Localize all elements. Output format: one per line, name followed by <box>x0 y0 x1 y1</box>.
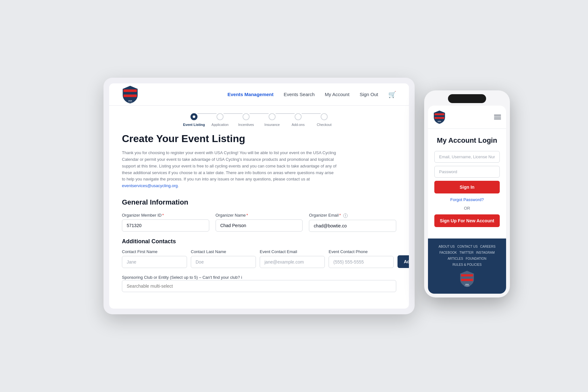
nav-links: Events Management Events Search My Accou… <box>227 91 396 98</box>
organizer-email-info-icon[interactable]: i <box>343 213 348 218</box>
svg-text:USA: USA <box>438 121 441 122</box>
step-circle-5 <box>295 113 302 120</box>
organizer-email-input[interactable] <box>309 220 396 232</box>
step-circle-3 <box>243 113 250 120</box>
nav-events-search[interactable]: Events Search <box>284 92 315 97</box>
svg-text:USA: USA <box>128 100 132 102</box>
step-circle-6 <box>321 113 328 120</box>
hamburger-line-2 <box>494 117 501 117</box>
footer-facebook[interactable]: FACEBOOK <box>439 251 457 254</box>
step-label-2: Application <box>211 123 229 127</box>
footer-foundation[interactable]: FOUNDATION <box>466 257 486 260</box>
organizer-name-group: Organizer Name* <box>216 213 303 232</box>
add-contact-button[interactable]: Add <box>398 255 409 268</box>
step-line-2 <box>224 113 243 114</box>
step-addons: Add-ons <box>295 113 302 120</box>
organizer-email-group: Organizer Email* i <box>309 213 396 232</box>
footer-rules[interactable]: RULES & POLICIES <box>452 263 482 266</box>
contact-link[interactable]: eventservices@usacycling.org <box>122 183 178 188</box>
footer-instagram[interactable]: INSTAGRAM <box>476 251 495 254</box>
organizer-id-label: Organizer Member ID* <box>122 213 209 218</box>
contact-last-name-label: Contact Last Name <box>191 249 256 254</box>
footer-careers[interactable]: CAREERS <box>480 245 495 248</box>
event-contact-phone-group: Event Contact Phone <box>329 249 394 268</box>
additional-contacts-title: Additional Contacts <box>122 238 396 245</box>
phone-password-input[interactable] <box>434 166 500 178</box>
contact-first-name-input[interactable] <box>122 256 187 268</box>
phone-login-title: My Account Login <box>434 136 500 145</box>
step-checkout: Checkout <box>321 113 328 120</box>
organizer-email-label: Organizer Email* i <box>309 213 396 218</box>
step-label-5: Add-ons <box>292 123 305 127</box>
progress-bar: Event Listing Application Incentives Ins… <box>109 106 409 123</box>
contacts-row: Contact First Name Contact Last Name Eve… <box>122 249 396 268</box>
step-line-3 <box>250 113 269 114</box>
step-label-6: Checkout <box>317 123 331 127</box>
sponsor-label: Sponsoring Club or Entity (Select up to … <box>122 275 242 280</box>
step-incentives: Incentives <box>243 113 250 120</box>
phone-sign-in-button[interactable]: Sign In <box>434 181 500 193</box>
phone-logo: USA <box>433 110 446 124</box>
tablet-screen: USA CYCLING Events Management Events Sea… <box>109 83 409 309</box>
step-insurance: Insurance <box>269 113 276 120</box>
phone-sign-up-button[interactable]: Sign Up For New Account <box>434 214 500 227</box>
svg-text:USA: USA <box>465 284 469 285</box>
logo-area: USA CYCLING <box>122 85 138 104</box>
sponsor-input[interactable] <box>122 280 396 292</box>
phone-footer-links: ABOUT US CONTACT US CAREERS FACEBOOK TWI… <box>433 245 501 266</box>
step-line-1 <box>197 113 217 114</box>
contact-last-name-input[interactable] <box>191 256 256 268</box>
organizer-name-label: Organizer Name* <box>216 213 303 218</box>
phone-device: USA My Account Login Sign In Forgot Pass… <box>424 90 510 297</box>
contact-last-name-group: Contact Last Name <box>191 249 256 268</box>
event-contact-phone-label: Event Contact Phone <box>329 249 394 254</box>
scene: USA CYCLING Events Management Events Sea… <box>104 78 484 314</box>
event-contact-phone-input[interactable] <box>329 256 394 268</box>
footer-articles[interactable]: ARTICLES <box>448 257 463 260</box>
footer-twitter[interactable]: TWITTER <box>459 251 473 254</box>
phone-email-input[interactable] <box>434 151 500 163</box>
hamburger-line-3 <box>494 119 501 119</box>
contact-first-name-group: Contact First Name <box>122 249 187 268</box>
phone-footer-shield: USA CYCLING <box>459 270 475 287</box>
phone-footer: ABOUT US CONTACT US CAREERS FACEBOOK TWI… <box>428 238 506 294</box>
nav-my-account[interactable]: My Account <box>325 92 350 97</box>
step-label-3: Incentives <box>238 123 254 127</box>
page-description: Thank you for choosing to register your … <box>122 150 338 189</box>
cart-icon[interactable]: 🛒 <box>388 91 396 98</box>
phone-forgot-password[interactable]: Forgot Password? <box>434 197 500 202</box>
event-contact-email-group: Event Contact Email <box>260 249 325 268</box>
contact-first-name-label: Contact First Name <box>122 249 187 254</box>
svg-text:CYCLING: CYCLING <box>464 285 470 287</box>
step-event-listing: Event Listing <box>190 113 197 120</box>
footer-contact-us[interactable]: CONTACT US <box>457 245 478 248</box>
organizer-row: Organizer Member ID* Organizer Name* Org… <box>122 213 396 232</box>
phone-login-content: My Account Login Sign In Forgot Password… <box>428 129 506 238</box>
nav-events-management[interactable]: Events Management <box>227 92 273 97</box>
organizer-name-input[interactable] <box>216 219 303 232</box>
additional-contacts-section: Additional Contacts Contact First Name C… <box>122 238 396 268</box>
phone-navbar: USA <box>428 106 506 129</box>
page-title: Create Your Event Listing <box>122 133 396 145</box>
footer-about-us[interactable]: ABOUT US <box>438 245 455 248</box>
step-circle-2 <box>217 113 224 120</box>
event-contact-email-input[interactable] <box>260 256 325 268</box>
event-contact-email-label: Event Contact Email <box>260 249 325 254</box>
tablet-device: USA CYCLING Events Management Events Sea… <box>104 78 415 314</box>
step-line-4 <box>276 113 295 114</box>
hamburger-menu[interactable] <box>494 115 501 119</box>
step-application: Application <box>217 113 224 120</box>
phone-notch <box>448 94 486 103</box>
usa-cycling-logo: USA CYCLING <box>122 85 138 104</box>
step-label-4: Insurance <box>264 123 280 127</box>
step-line-5 <box>302 113 321 114</box>
svg-text:CYCLING: CYCLING <box>127 102 133 104</box>
step-label-1: Event Listing <box>183 123 205 127</box>
phone-or-divider: OR <box>434 206 500 211</box>
organizer-id-input[interactable] <box>122 219 209 232</box>
sponsor-info-icon[interactable]: i <box>241 275 242 280</box>
general-info-title: General Information <box>122 198 396 206</box>
sponsor-section: Sponsoring Club or Entity (Select up to … <box>122 274 396 292</box>
navbar: USA CYCLING Events Management Events Sea… <box>109 83 409 106</box>
nav-sign-out[interactable]: Sign Out <box>360 92 378 97</box>
